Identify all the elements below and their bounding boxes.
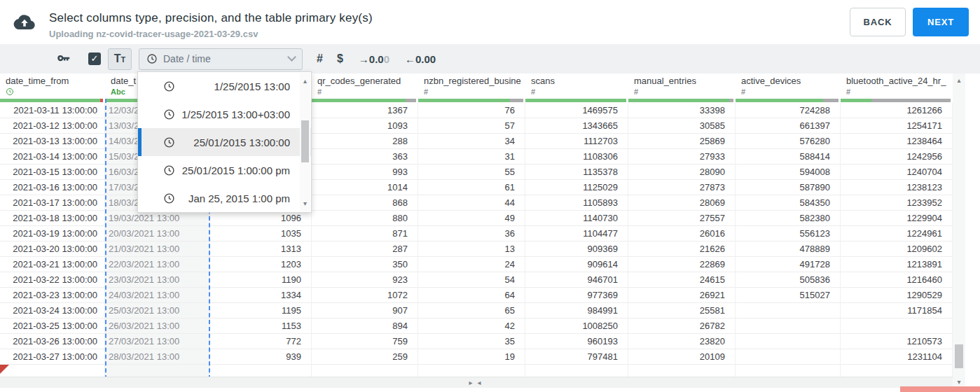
currency-type-button[interactable]: $ (337, 52, 343, 65)
table-cell[interactable]: 1233952 (841, 195, 953, 211)
table-cell[interactable]: 984991 (525, 303, 628, 318)
table-cell[interactable]: 1254171 (841, 118, 953, 134)
table-cell[interactable]: 661397 (736, 118, 841, 134)
table-cell[interactable]: 576280 (736, 134, 841, 149)
table-cell[interactable]: 894 (312, 318, 418, 334)
table-cell[interactable]: 26921 (628, 288, 736, 303)
table-cell[interactable]: 28/03/2021 13:00 (105, 349, 210, 365)
format-option[interactable]: 1/25/2015 13:00+03:00 (138, 100, 311, 128)
table-cell[interactable]: 23820 (628, 334, 736, 349)
table-cell[interactable]: 491728 (736, 257, 841, 272)
scroll-up-icon[interactable]: ▴ (953, 76, 965, 84)
table-cell[interactable]: 556123 (736, 226, 841, 241)
table-cell[interactable]: 64 (418, 288, 525, 303)
table-cell[interactable]: 36 (418, 226, 525, 241)
table-cell[interactable]: 907 (312, 303, 418, 318)
scroll-up-icon[interactable]: ▴ (300, 77, 310, 85)
vertical-scrollbar-thumb[interactable] (955, 344, 963, 368)
scroll-right-icon[interactable]: ▸ (0, 379, 947, 386)
table-cell[interactable]: 61 (418, 180, 525, 195)
table-cell[interactable]: 26/03/2021 13:00 (105, 318, 210, 334)
number-type-button[interactable]: # (317, 52, 323, 65)
table-cell[interactable]: 2021-03-12 13:00:00 (0, 118, 105, 134)
table-cell[interactable]: 65 (418, 303, 525, 318)
table-cell[interactable]: 1108306 (525, 149, 628, 164)
table-cell[interactable]: 871 (312, 226, 418, 241)
table-cell[interactable]: 1229904 (841, 211, 953, 226)
table-cell[interactable]: 49 (418, 211, 525, 226)
table-cell[interactable]: 287 (312, 241, 418, 257)
table-cell[interactable]: 27933 (628, 149, 736, 164)
table-cell[interactable]: 1093 (312, 118, 418, 134)
table-cell[interactable]: 505836 (736, 272, 841, 288)
table-cell[interactable]: 34 (418, 134, 525, 149)
table-cell[interactable]: 259 (312, 349, 418, 365)
format-option[interactable]: 25/01/2015 1:00:00 pm (138, 156, 311, 184)
table-cell[interactable]: 1240704 (841, 164, 953, 180)
table-cell[interactable]: 909614 (525, 257, 628, 272)
table-cell[interactable]: 1096 (210, 211, 312, 226)
table-cell[interactable]: 993 (312, 164, 418, 180)
table-cell[interactable]: 21626 (628, 241, 736, 257)
table-cell[interactable]: 2021-03-25 13:00:00 (0, 318, 105, 334)
table-cell[interactable]: 288 (312, 134, 418, 149)
table-cell[interactable]: 582380 (736, 211, 841, 226)
table-cell[interactable]: 1334 (210, 288, 312, 303)
table-cell[interactable]: 1153 (210, 318, 312, 334)
table-cell[interactable]: 1367 (312, 103, 418, 118)
table-cell[interactable]: 2021-03-23 13:00:00 (0, 288, 105, 303)
table-cell[interactable]: 2021-03-18 13:00:00 (0, 211, 105, 226)
table-cell[interactable]: 1008250 (525, 318, 628, 334)
table-cell[interactable]: 724288 (736, 103, 841, 118)
table-cell[interactable]: 946701 (525, 272, 628, 288)
table-cell[interactable]: 1125029 (525, 180, 628, 195)
column-header-qr_codes_generated[interactable]: qr_codes_generated# (312, 74, 418, 99)
format-option[interactable]: Jan 25, 2015 1:00 pm (138, 184, 311, 212)
table-cell[interactable]: 1469575 (525, 103, 628, 118)
table-cell[interactable]: 2021-03-27 13:00:00 (0, 349, 105, 365)
table-cell[interactable]: 584350 (736, 195, 841, 211)
back-button[interactable]: BACK (850, 8, 906, 36)
format-option[interactable]: 1/25/2015 13:00 (138, 72, 311, 100)
table-cell[interactable]: 1290529 (841, 288, 953, 303)
table-cell[interactable]: 588414 (736, 149, 841, 164)
table-cell[interactable]: 19/03/2021 13:00 (105, 211, 210, 226)
table-cell[interactable]: 350 (312, 257, 418, 272)
table-cell[interactable]: 772 (210, 334, 312, 349)
table-cell[interactable] (736, 303, 841, 318)
table-cell[interactable]: 25869 (628, 134, 736, 149)
table-cell[interactable]: 1140730 (525, 211, 628, 226)
dropdown-scrollbar-thumb[interactable] (301, 120, 309, 162)
table-cell[interactable]: 2021-03-13 13:00:00 (0, 134, 105, 149)
table-cell[interactable] (736, 318, 841, 334)
primary-key-icon[interactable] (56, 51, 71, 66)
table-cell[interactable]: 960193 (525, 334, 628, 349)
table-cell[interactable]: 1035 (210, 226, 312, 241)
table-cell[interactable]: 1072 (312, 288, 418, 303)
table-cell[interactable]: 1224961 (841, 226, 953, 241)
table-cell[interactable]: 21/03/2021 13:00 (105, 241, 210, 257)
table-cell[interactable]: 909369 (525, 241, 628, 257)
table-cell[interactable]: 1261266 (841, 103, 953, 118)
increase-decimal-button[interactable]: →0.00 (359, 53, 389, 65)
dropdown-scrollbar[interactable]: ▴ ▾ (300, 73, 310, 211)
table-cell[interactable] (736, 349, 841, 365)
scroll-down-icon[interactable]: ▾ (300, 200, 310, 207)
table-cell[interactable] (736, 334, 841, 349)
table-cell[interactable]: 26016 (628, 226, 736, 241)
table-cell[interactable]: 55 (418, 164, 525, 180)
table-cell[interactable]: 1014 (312, 180, 418, 195)
table-cell[interactable]: 1238464 (841, 134, 953, 149)
table-cell[interactable]: 22/03/2021 13:00 (105, 257, 210, 272)
table-cell[interactable]: 2021-03-26 13:00:00 (0, 334, 105, 349)
table-cell[interactable]: 2021-03-24 13:00:00 (0, 303, 105, 318)
table-cell[interactable]: 27/03/2021 13:00 (105, 334, 210, 349)
table-cell[interactable]: 35 (418, 334, 525, 349)
table-cell[interactable]: 2021-03-11 13:00:00 (0, 103, 105, 118)
table-cell[interactable]: 1216460 (841, 272, 953, 288)
text-type-button[interactable]: Tt (108, 48, 132, 70)
table-cell[interactable]: 20/03/2021 13:00 (105, 226, 210, 241)
table-cell[interactable]: 57 (418, 118, 525, 134)
table-cell[interactable]: 22869 (628, 257, 736, 272)
table-cell[interactable]: 24615 (628, 272, 736, 288)
